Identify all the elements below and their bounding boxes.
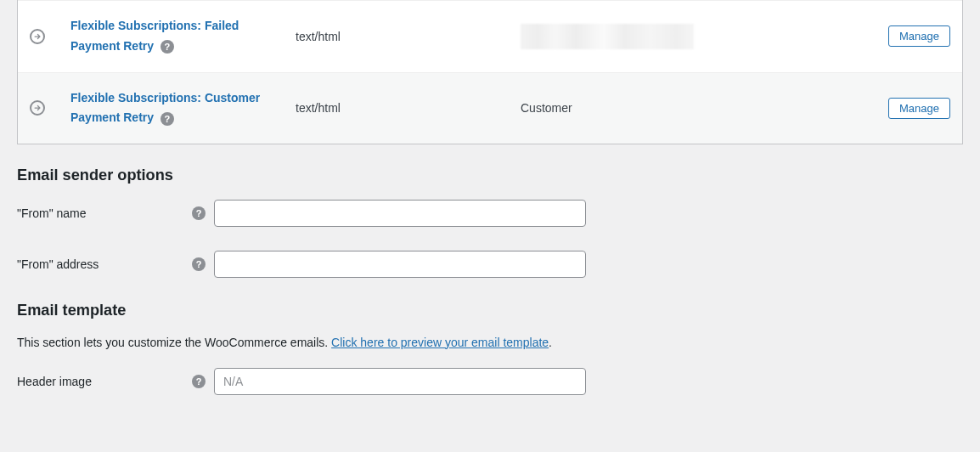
from-name-input[interactable] (214, 200, 586, 227)
email-content-type: text/html (296, 101, 521, 115)
email-content-type: text/html (296, 30, 521, 43)
email-template-heading: Email template (17, 302, 963, 319)
email-template-form: Header image ? (17, 368, 963, 395)
header-image-input[interactable] (214, 368, 586, 395)
help-icon[interactable]: ? (192, 206, 206, 220)
help-icon[interactable]: ? (192, 257, 206, 271)
email-recipient (521, 24, 882, 49)
sender-options-form: "From" name ? "From" address ? (17, 200, 963, 278)
email-name-link[interactable]: Flexible Subscriptions: Failed Payment R… (70, 19, 239, 53)
emails-table: Flexible Subscriptions: Failed Payment R… (17, 0, 963, 144)
from-address-label: "From" address (17, 257, 99, 271)
preview-template-link[interactable]: Click here to preview your email templat… (331, 336, 549, 349)
template-description: This section lets you customize the WooC… (17, 336, 963, 349)
sender-options-heading: Email sender options (17, 167, 963, 184)
help-icon[interactable]: ? (192, 375, 206, 388)
from-address-input[interactable] (214, 251, 586, 278)
header-image-label: Header image (17, 375, 92, 388)
table-row: Flexible Subscriptions: Customer Payment… (18, 72, 962, 144)
email-recipient: Customer (521, 101, 882, 115)
table-row: Flexible Subscriptions: Failed Payment R… (18, 0, 962, 72)
help-icon[interactable]: ? (161, 40, 174, 54)
manage-button[interactable]: Manage (888, 25, 950, 47)
help-icon[interactable]: ? (161, 112, 174, 126)
status-disabled-icon (30, 100, 45, 116)
from-name-label: "From" name (17, 206, 87, 220)
redacted-content (521, 24, 694, 49)
manage-button[interactable]: Manage (888, 98, 950, 119)
status-disabled-icon (30, 29, 45, 44)
